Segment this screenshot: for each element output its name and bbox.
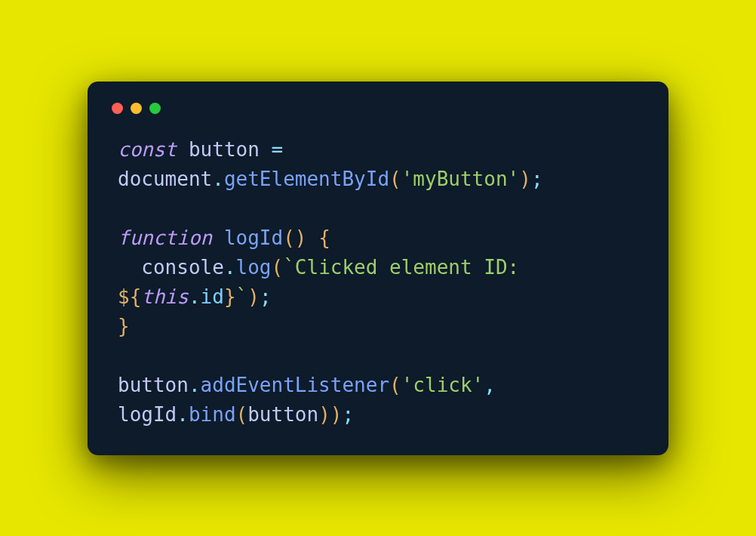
traffic-lights (109, 100, 647, 114)
dot: . (212, 168, 224, 190)
ident-logId: logId (118, 403, 177, 426)
prop-id: id (201, 285, 224, 308)
keyword-const: const (118, 138, 177, 161)
dot: . (177, 403, 189, 426)
ident-document: document (118, 168, 212, 190)
paren-close: ) (318, 403, 330, 426)
semicolon: ; (342, 403, 354, 426)
interp-close: } (224, 285, 236, 308)
close-icon[interactable] (112, 103, 123, 114)
backtick: ` (236, 285, 248, 308)
dot: . (189, 374, 201, 396)
brace-open: { (306, 226, 330, 249)
backtick: ` (283, 256, 295, 279)
template-text: Clicked element ID: (295, 256, 531, 279)
ident-console: console (141, 256, 224, 279)
paren-open: ( (389, 168, 401, 190)
ident-button: button (189, 138, 260, 161)
interp-open: ${ (118, 285, 141, 308)
func-addEventListener: addEventListener (201, 374, 389, 396)
dot: . (189, 285, 201, 308)
keyword-function: function (118, 226, 212, 249)
paren-close: ) (295, 226, 307, 249)
func-getElementById: getElementById (224, 168, 389, 190)
space (177, 138, 189, 161)
paren-close: ) (519, 168, 531, 190)
minimize-icon[interactable] (131, 103, 142, 114)
keyword-this: this (141, 285, 189, 308)
func-logId: logId (224, 226, 283, 249)
paren-open: ( (272, 256, 284, 279)
paren-open: ( (236, 403, 248, 426)
ident-button: button (247, 403, 318, 426)
space (212, 226, 224, 249)
dot: . (224, 256, 236, 279)
semicolon: ; (260, 285, 272, 308)
func-log: log (236, 256, 272, 279)
comma: , (484, 374, 496, 396)
paren-close: ) (330, 403, 343, 426)
code-block: const button = document.getElementById('… (109, 135, 647, 430)
indent (118, 256, 141, 279)
code-window: const button = document.getElementById('… (88, 82, 668, 455)
string-click: 'click' (401, 374, 484, 396)
ident-button: button (118, 374, 189, 396)
brace-close: } (118, 315, 130, 337)
paren-close: ) (247, 285, 260, 308)
string-myButton: 'myButton' (401, 168, 520, 190)
func-bind: bind (189, 403, 236, 426)
maximize-icon[interactable] (149, 103, 161, 114)
operator-eq: = (260, 138, 283, 161)
paren-open: ( (283, 226, 295, 249)
semicolon: ; (531, 168, 543, 190)
paren-open: ( (389, 374, 401, 396)
